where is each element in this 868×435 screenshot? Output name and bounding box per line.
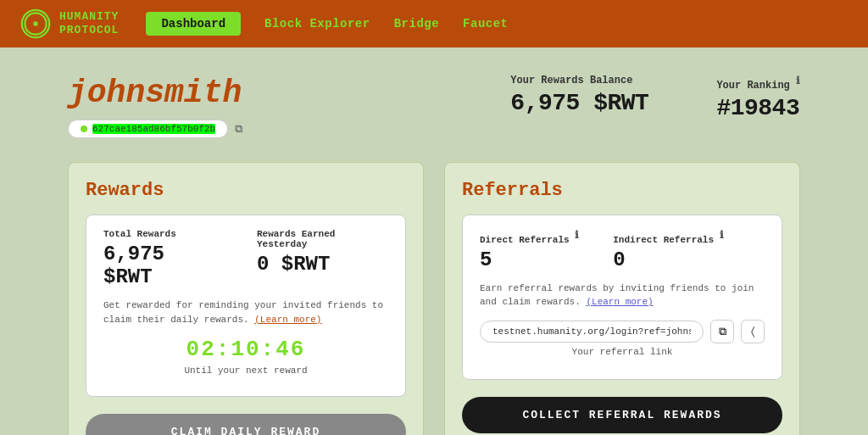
sections-row: Rewards Total Rewards 6,975 $RWT Rewards… [68,162,800,435]
logo-text: humanity protocol [59,10,119,36]
referral-stats-row: Direct Referrals ℹ 5 Indirect Referrals … [480,229,765,271]
faucet-link[interactable]: Faucet [463,17,508,31]
total-rewards-label: Total Rewards [103,229,223,239]
referrals-learn-more-link[interactable]: (Learn more) [586,297,653,307]
navbar: humanity protocol Dashboard Block Explor… [0,0,868,47]
nav-links: Dashboard Block Explorer Bridge Faucet [146,12,848,36]
rewards-stats-row: Total Rewards 6,975 $RWT Rewards Earned … [103,229,388,288]
indirect-referrals-block: Indirect Referrals ℹ 0 [613,229,723,271]
profile-left: johnsmith 627cae185ad86bf57b0f2b ⧉ [68,75,510,138]
timer-section: 02:10:46 Until your next reward [103,326,388,382]
copy-icon: ⧉ [719,325,726,338]
svg-point-1 [33,21,37,25]
yesterday-label: Rewards Earned Yesterday [257,229,388,249]
total-rewards-block: Total Rewards 6,975 $RWT [103,229,223,288]
rewards-section: Rewards Total Rewards 6,975 $RWT Rewards… [68,162,424,435]
copy-address-icon[interactable]: ⧉ [235,123,242,136]
ranking-block: Your Ranking ℹ #19843 [716,75,800,121]
referrals-note: Earn referral rewards by inviting friend… [480,282,765,310]
timer-label: Until your next reward [103,365,388,376]
ranking-value: #19843 [716,95,800,121]
indirect-referrals-info-icon[interactable]: ℹ [720,230,724,242]
rewards-title: Rewards [86,180,406,201]
dashboard-button[interactable]: Dashboard [146,12,241,36]
referral-link-row: ⧉ 〈 [480,320,765,343]
referrals-title: Referrals [462,180,782,201]
wallet-address-box: 627cae185ad86bf57b0f2b [68,120,228,138]
wallet-status-dot [81,125,87,132]
profile-header: johnsmith 627cae185ad86bf57b0f2b ⧉ Your … [68,75,800,138]
referrals-section: Referrals Direct Referrals ℹ 5 Indirect … [444,162,800,435]
referrals-inner-card: Direct Referrals ℹ 5 Indirect Referrals … [462,215,782,380]
wallet-address-text: 627cae185ad86bf57b0f2b [92,124,215,134]
copy-referral-link-button[interactable]: ⧉ [710,320,734,343]
referral-link-label: Your referral link [480,347,765,357]
claim-daily-reward-button[interactable]: CLAIM DAILY REWARD [86,414,406,435]
block-explorer-link[interactable]: Block Explorer [264,17,370,31]
indirect-referrals-label: Indirect Referrals ℹ [613,229,723,245]
rewards-balance-value: 6,975 $RWT [510,90,648,116]
direct-referrals-info-icon[interactable]: ℹ [575,230,579,242]
profile-stats: Your Rewards Balance 6,975 $RWT Your Ran… [510,75,800,121]
share-referral-link-button[interactable]: 〈 [741,320,765,343]
main-content: johnsmith 627cae185ad86bf57b0f2b ⧉ Your … [0,47,868,435]
direct-referrals-block: Direct Referrals ℹ 5 [480,229,579,271]
ranking-label: Your Ranking ℹ [716,75,800,92]
rewards-note: Get rewarded for reminding your invited … [103,298,388,326]
share-icon: 〈 [751,325,754,338]
yesterday-rewards-block: Rewards Earned Yesterday 0 $RWT [257,229,388,288]
direct-referrals-label: Direct Referrals ℹ [480,229,579,245]
referral-link-input[interactable] [480,321,704,343]
logo: humanity protocol [20,8,119,39]
ranking-info-icon[interactable]: ℹ [796,75,800,87]
rewards-learn-more-link[interactable]: (Learn more) [254,315,321,325]
total-rewards-value: 6,975 $RWT [103,243,223,288]
rewards-balance-label: Your Rewards Balance [510,75,648,86]
wallet-address-row: 627cae185ad86bf57b0f2b ⧉ [68,120,510,138]
collect-referral-rewards-button[interactable]: COLLECT REFERRAL REWARDS [462,397,782,433]
username: johnsmith [68,75,510,111]
rewards-balance-block: Your Rewards Balance 6,975 $RWT [510,75,648,116]
logo-icon [20,8,51,39]
yesterday-value: 0 $RWT [257,253,388,276]
direct-referrals-value: 5 [480,248,579,271]
bridge-link[interactable]: Bridge [394,17,439,31]
indirect-referrals-value: 0 [613,248,723,271]
timer-value: 02:10:46 [103,337,388,362]
rewards-inner-card: Total Rewards 6,975 $RWT Rewards Earned … [86,215,406,397]
